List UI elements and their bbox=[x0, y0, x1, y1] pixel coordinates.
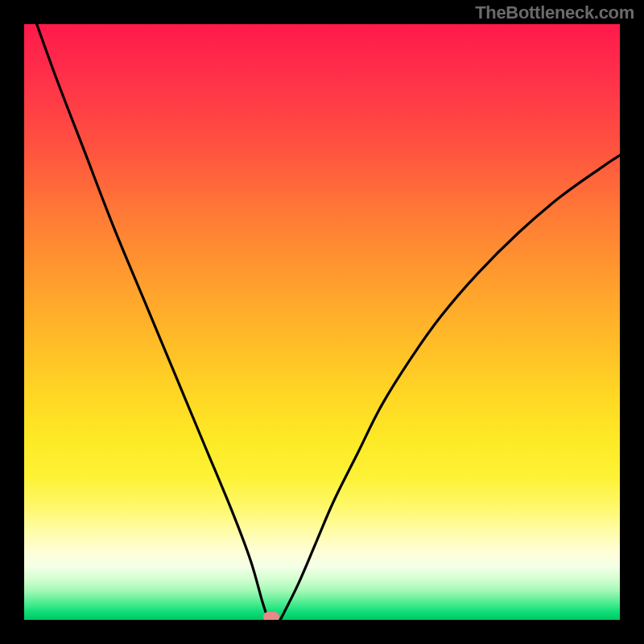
plot-area bbox=[24, 24, 620, 620]
minimum-marker bbox=[263, 612, 279, 620]
watermark-label: TheBottleneck.com bbox=[475, 2, 634, 23]
chart-frame: TheBottleneck.com bbox=[0, 0, 644, 644]
curve-right-branch bbox=[280, 155, 620, 620]
curve-left-branch bbox=[24, 24, 268, 620]
bottleneck-curve bbox=[24, 24, 620, 620]
